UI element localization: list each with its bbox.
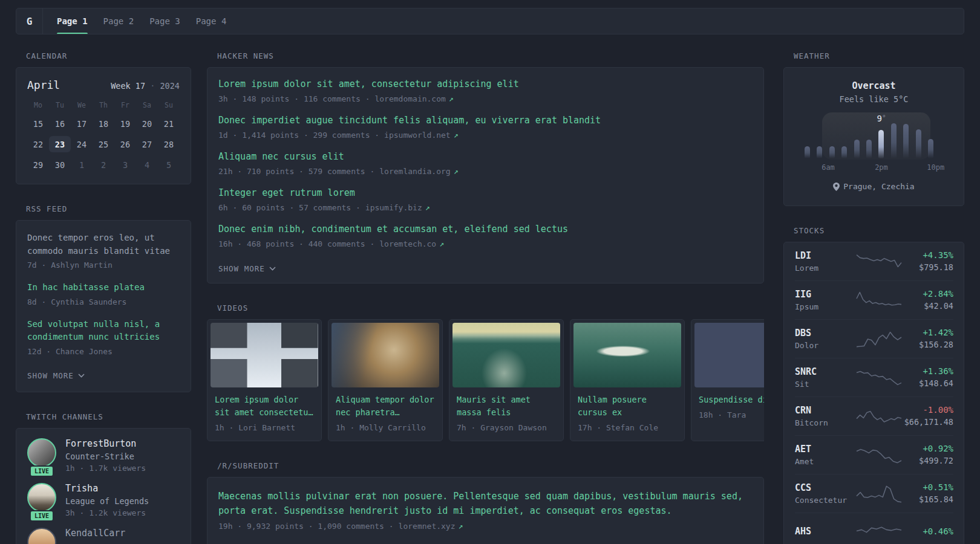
video-meta: 1h · Molly Carrillo: [336, 423, 435, 432]
middle-column: HACKER NEWS Lorem ipsum dolor sit amet, …: [207, 51, 764, 544]
video-meta: 1h · Lori Barnett: [215, 423, 314, 432]
calendar-day-header: Th: [93, 101, 114, 109]
show-more-label: SHOW MORE: [27, 371, 74, 380]
stock-row[interactable]: CCS Consectetur +0.51% $165.84: [795, 474, 953, 513]
hackernews-item-title[interactable]: Donec imperdiet augue tincidunt felis al…: [218, 114, 753, 127]
video-card[interactable]: Lorem ipsum dolor sit amet consectetu… 1…: [207, 319, 322, 441]
rss-item[interactable]: Sed volutpat nulla nisl, a condimentum n…: [27, 318, 180, 357]
hackernews-item-domain[interactable]: ipsumify.biz: [365, 203, 422, 212]
weather-bar: [925, 120, 937, 158]
subreddit-post-domain[interactable]: loremnet.xyz: [399, 522, 456, 531]
calendar-day: 26: [114, 136, 136, 152]
stock-values: +2.84% $42.04: [901, 289, 953, 311]
hackernews-item: Lorem ipsum dolor sit amet, consectetur …: [218, 78, 753, 105]
tab-page-2[interactable]: Page 2: [103, 8, 134, 34]
stock-row[interactable]: DBS Dolor +1.42% $156.28: [795, 319, 953, 358]
hackernews-item-title[interactable]: Aliquam nec cursus elit: [218, 151, 753, 163]
tab-page-4[interactable]: Page 4: [196, 8, 227, 34]
video-card[interactable]: Suspendisse diam 18h · Tara: [691, 319, 764, 441]
avatar: [27, 528, 56, 544]
calendar-day-header: Sa: [136, 101, 158, 109]
hackernews-item-domain[interactable]: loremdomain.com: [374, 94, 445, 103]
channel-name[interactable]: Trisha: [65, 483, 149, 494]
weather-bar: [900, 120, 912, 158]
twitch-channel-row[interactable]: LIVE ForrestBurton Counter-Strike 1h · 1…: [27, 438, 180, 473]
weather-bar: [826, 120, 838, 158]
avatar-wrap: LIVE: [27, 438, 56, 473]
stock-row[interactable]: AHS +0.46%: [795, 513, 953, 544]
rss-widget: RSS FEED Donec tempor eros leo, ut commo…: [16, 204, 191, 392]
calendar-day: 22: [27, 136, 49, 152]
stock-row[interactable]: CRN Bitcorn -1.00% $66,171.48: [795, 397, 953, 435]
channel-game: Counter-Strike: [65, 452, 146, 461]
channel-info: ForrestBurton Counter-Strike 1h · 1.7k v…: [65, 438, 146, 473]
active-tab-underline: [57, 33, 88, 34]
hackernews-widget: HACKER NEWS Lorem ipsum dolor sit amet, …: [207, 51, 764, 283]
stock-ticker: CRN: [795, 405, 857, 416]
calendar-week: Week 17 · 2024: [111, 81, 180, 91]
hackernews-list: Lorem ipsum dolor sit amet, consectetur …: [218, 78, 753, 250]
dot-separator: ·: [150, 81, 155, 91]
video-thumbnail[interactable]: [694, 323, 764, 387]
hackernews-item-meta: 6h · 60 points · 57 comments ·ipsumify.b…: [218, 202, 753, 213]
chevron-down-icon: [78, 374, 85, 378]
video-title[interactable]: Aliquam tempor dolor nec pharetra…: [336, 393, 435, 419]
stock-row[interactable]: SNRC Sit +1.36% $148.64: [795, 358, 953, 397]
rss-item-title[interactable]: Donec tempor eros leo, ut commodo mauris…: [27, 232, 180, 257]
video-title[interactable]: Nullam posuere cursus ex: [578, 393, 677, 419]
hackernews-item-title[interactable]: Donec enim nibh, condimentum et accumsan…: [218, 223, 753, 236]
twitch-channel-row[interactable]: KendallCarr: [27, 528, 180, 544]
sparkline: [857, 367, 901, 387]
stock-row[interactable]: AET Amet +0.92% $499.72: [795, 435, 953, 474]
video-card[interactable]: Mauris sit amet massa felis 7h · Grayson…: [449, 319, 564, 441]
hackernews-show-more-button[interactable]: SHOW MORE: [218, 264, 276, 273]
hackernews-item-title[interactable]: Lorem ipsum dolor sit amet, consectetur …: [218, 78, 753, 91]
video-title[interactable]: Lorem ipsum dolor sit amet consectetu…: [215, 393, 314, 419]
hackernews-item-domain[interactable]: ipsumworld.net: [384, 131, 451, 140]
hackernews-item: Donec enim nibh, condimentum et accumsan…: [218, 223, 753, 250]
calendar-day-header: Tu: [49, 101, 71, 109]
channel-name[interactable]: KendallCarr: [65, 528, 125, 539]
rss-item-meta: 7d · Ashlyn Martin: [27, 260, 180, 271]
rss-item[interactable]: Donec tempor eros leo, ut commodo mauris…: [27, 232, 180, 271]
rss-card: Donec tempor eros leo, ut commodo mauris…: [16, 220, 191, 392]
calendar-days: 1516171819202122232425262728293012345: [27, 115, 180, 173]
weather-bar: [863, 120, 875, 158]
rss-item-meta: 12d · Chance Jones: [27, 346, 180, 357]
app-logo[interactable]: G: [16, 8, 43, 34]
page-tabs: Page 1 Page 2 Page 3 Page 4: [43, 8, 226, 34]
video-thumbnail[interactable]: [452, 323, 560, 387]
rss-item[interactable]: In hac habitasse platea 8d · Cynthia Sau…: [27, 281, 180, 308]
weather-widget: WEATHER Overcast Feels like 5°C 9° 6am 2…: [783, 51, 964, 206]
tab-page-3[interactable]: Page 3: [149, 8, 180, 34]
video-thumbnail[interactable]: [573, 323, 681, 387]
rss-show-more-button[interactable]: SHOW MORE: [27, 371, 85, 380]
weather-location: Prague, Czechia: [833, 182, 914, 191]
hackernews-item-domain[interactable]: loremlandia.org: [379, 167, 450, 176]
video-thumbnail[interactable]: [211, 323, 318, 387]
rss-item-title[interactable]: Sed volutpat nulla nisl, a condimentum n…: [27, 318, 180, 344]
hackernews-item-title[interactable]: Integer eget rutrum lorem: [218, 187, 753, 199]
hackernews-item-domain[interactable]: loremtech.co: [379, 239, 436, 248]
hackernews-item-meta: 21h · 710 points · 579 comments ·loremla…: [218, 166, 753, 177]
weather-bar: [838, 120, 850, 158]
video-card[interactable]: Aliquam tempor dolor nec pharetra… 1h · …: [328, 319, 443, 441]
subreddit-post-title[interactable]: Maecenas mollis pulvinar erat non posuer…: [218, 489, 753, 518]
tab-page-1[interactable]: Page 1: [57, 8, 88, 34]
stock-name: Amet: [795, 457, 857, 466]
video-title[interactable]: Suspendisse diam: [699, 393, 764, 406]
weather-bar: [813, 120, 825, 158]
channel-name[interactable]: ForrestBurton: [65, 438, 146, 449]
video-thumbnail[interactable]: [332, 323, 439, 387]
stock-change: +0.92%: [901, 444, 953, 453]
external-link-icon: ↗: [454, 167, 459, 176]
video-meta: 17h · Stefan Cole: [578, 423, 677, 432]
rss-item-title[interactable]: In hac habitasse platea: [27, 281, 180, 294]
stock-row[interactable]: LDI Lorem +4.35% $795.18: [795, 242, 953, 280]
stock-row[interactable]: IIG Ipsum +2.84% $42.04: [795, 280, 953, 319]
video-card[interactable]: Nullam posuere cursus ex 17h · Stefan Co…: [570, 319, 685, 441]
stock-price: $148.64: [901, 378, 953, 388]
calendar-day-header: Su: [158, 101, 180, 109]
video-title[interactable]: Mauris sit amet massa felis: [457, 393, 556, 419]
twitch-channel-row[interactable]: LIVE Trisha League of Legends 3h · 1.2k …: [27, 483, 180, 517]
